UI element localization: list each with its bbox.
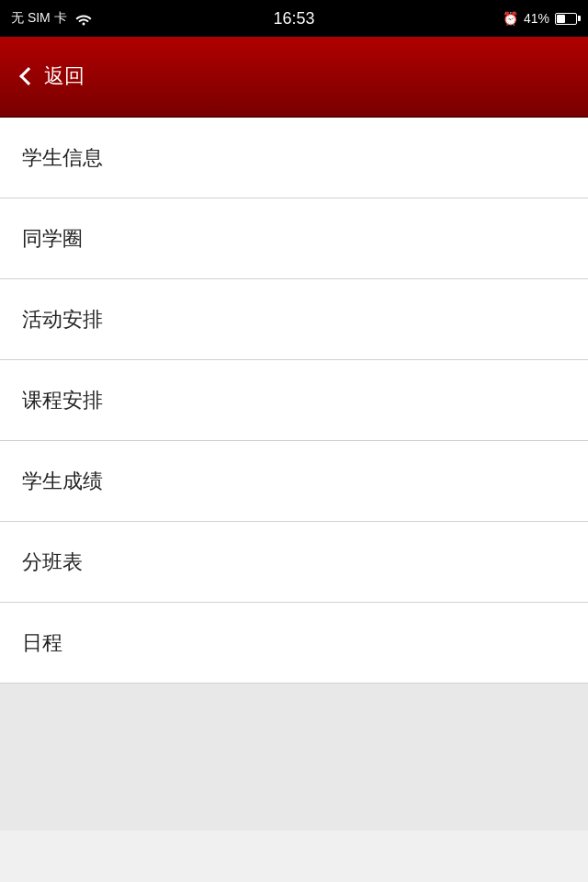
menu-item-schedule[interactable]: 日程 — [0, 603, 588, 684]
wifi-icon — [74, 11, 93, 26]
battery-fill — [557, 15, 565, 23]
alarm-icon: ⏰ — [503, 11, 518, 26]
menu-item-course-schedule[interactable]: 课程安排 — [0, 360, 588, 441]
back-chevron-icon — [19, 67, 38, 85]
menu-item-class-list[interactable]: 分班表 — [0, 522, 588, 603]
status-bar: 无 SIM 卡 16:53 ⏰ 41% — [0, 0, 588, 37]
menu-list: 学生信息同学圈活动安排课程安排学生成绩分班表日程 — [0, 118, 588, 684]
menu-item-student-grades[interactable]: 学生成绩 — [0, 441, 588, 522]
back-button[interactable]: 返回 — [18, 55, 88, 97]
battery-icon — [555, 13, 577, 25]
status-time: 16:53 — [273, 9, 314, 28]
back-label: 返回 — [44, 62, 85, 90]
menu-item-activity-schedule[interactable]: 活动安排 — [0, 279, 588, 360]
status-left: 无 SIM 卡 — [11, 10, 93, 27]
menu-item-student-info[interactable]: 学生信息 — [0, 118, 588, 198]
footer-area — [0, 684, 588, 831]
status-right: ⏰ 41% — [503, 11, 577, 26]
nav-bar: 返回 — [0, 37, 588, 118]
carrier-text: 无 SIM 卡 — [11, 10, 67, 27]
battery-percent: 41% — [524, 11, 549, 26]
menu-item-classmates[interactable]: 同学圈 — [0, 198, 588, 279]
